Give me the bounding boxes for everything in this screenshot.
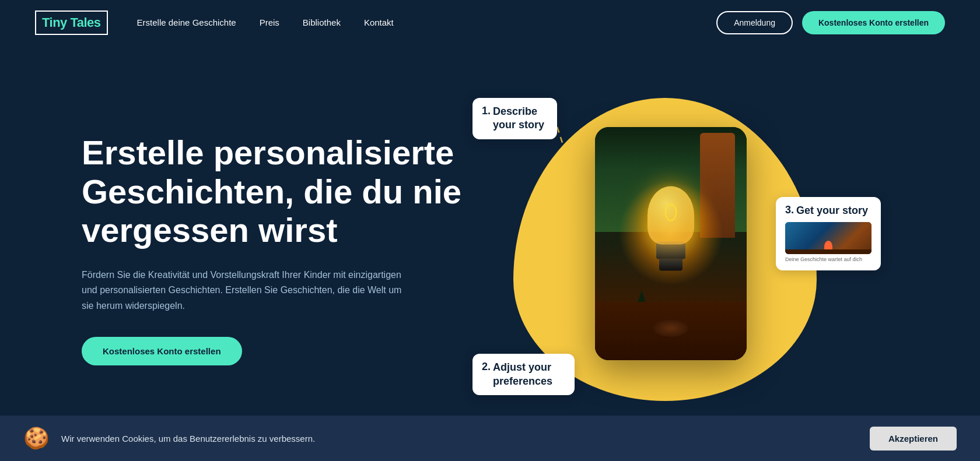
register-button-nav[interactable]: Kostenloses Konto erstellen bbox=[802, 11, 945, 34]
hero-section: Erstelle personalisierte Geschichten, di… bbox=[0, 45, 980, 442]
central-image-card bbox=[595, 127, 747, 360]
step-1-text: Describe your story bbox=[493, 105, 548, 132]
step-1-label: 1. Describe your story bbox=[473, 98, 557, 139]
bulb-filament bbox=[665, 203, 677, 221]
step-3-caption: Deine Geschichte wartet auf dich bbox=[785, 256, 872, 263]
nav-link-kontakt[interactable]: Kontakt bbox=[364, 17, 394, 27]
hero-title: Erstelle personalisierte Geschichten, di… bbox=[82, 133, 467, 250]
register-button-hero[interactable]: Kostenloses Konto erstellen bbox=[82, 337, 242, 365]
nav-links: Erstelle deine Geschichte Preis Biblioth… bbox=[137, 17, 717, 28]
cookie-accept-button[interactable]: Akzeptieren bbox=[870, 427, 957, 451]
hero-subtitle: Fördern Sie die Kreativität und Vorstell… bbox=[82, 268, 408, 314]
step-3-label: 3. Get your story Deine Geschichte warte… bbox=[776, 197, 881, 270]
step-2-label: 2. Adjust your preferences bbox=[473, 354, 575, 395]
cookie-text: Wir verwenden Cookies, um das Benutzerer… bbox=[61, 434, 858, 444]
nav-link-bibliothek[interactable]: Bibliothek bbox=[303, 17, 341, 27]
step-1-number: 1. bbox=[482, 105, 491, 117]
navigation: Tiny Tales Erstelle deine Geschichte Pre… bbox=[0, 0, 980, 45]
nav-link-preis[interactable]: Preis bbox=[260, 17, 279, 27]
step-2-number: 2. bbox=[482, 361, 491, 373]
cookie-icon: 🍪 bbox=[23, 426, 50, 451]
hero-right: 1. Describe your story 2. Adjust your pr… bbox=[467, 80, 887, 418]
ground-base bbox=[653, 319, 688, 337]
step-3-number: 3. bbox=[785, 204, 794, 216]
step-2-text: Adjust your preferences bbox=[493, 361, 565, 388]
step-3-image bbox=[785, 222, 872, 254]
step-3-text: Get your story bbox=[796, 204, 868, 217]
nav-link-story[interactable]: Erstelle deine Geschichte bbox=[137, 17, 236, 27]
nav-actions: Anmeldung Kostenloses Konto erstellen bbox=[716, 11, 945, 34]
login-button[interactable]: Anmeldung bbox=[716, 11, 793, 34]
logo-text: Tiny Tales bbox=[42, 15, 101, 30]
hero-left: Erstelle personalisierte Geschichten, di… bbox=[82, 133, 467, 365]
lightbulb-scene bbox=[595, 127, 747, 360]
step-3-inner: 3. Get your story Deine Geschichte warte… bbox=[785, 204, 872, 263]
logo[interactable]: Tiny Tales bbox=[35, 10, 108, 35]
cookie-banner: 🍪 Wir verwenden Cookies, um das Benutzer… bbox=[0, 416, 980, 461]
